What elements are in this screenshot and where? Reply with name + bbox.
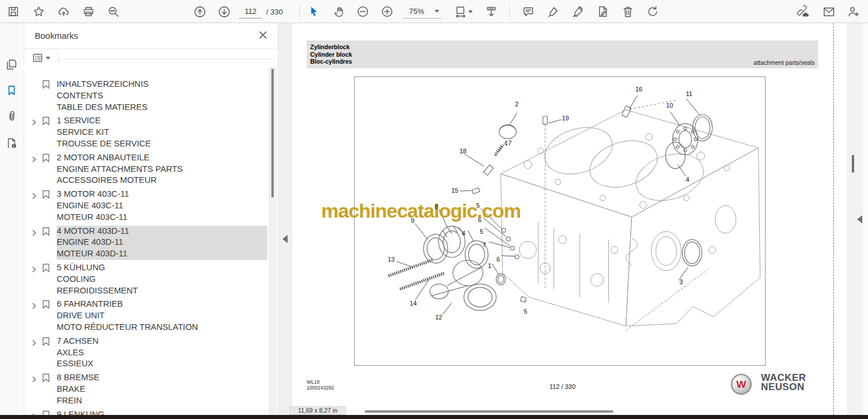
chevron-down-icon xyxy=(435,10,439,13)
bookmark-label[interactable]: 7 ACHSENAXLESESSIEUX xyxy=(57,336,267,370)
zoom-out-button[interactable] xyxy=(354,3,372,20)
select-tool-button[interactable] xyxy=(305,3,322,20)
ink-pen-icon xyxy=(572,5,584,18)
expand-chevron-icon[interactable] xyxy=(32,374,36,386)
panel-pointer-notch xyxy=(20,63,25,72)
header-note: attachment parts/seals xyxy=(753,59,815,66)
next-page-button[interactable] xyxy=(215,3,233,20)
fill-sign-icon xyxy=(597,5,609,18)
doc-number: 1000243292 xyxy=(307,385,334,391)
scrollbar-thumb[interactable] xyxy=(852,155,854,172)
brand-name-line2: NEUSON xyxy=(761,383,806,392)
close-panel-button[interactable] xyxy=(256,30,269,42)
rotate-icon xyxy=(646,5,659,18)
zoom-in-button[interactable] xyxy=(378,3,396,20)
expand-chevron-icon[interactable] xyxy=(32,264,36,276)
bookmarks-panel-button[interactable] xyxy=(3,82,20,99)
top-toolbar: / 330 75% xyxy=(0,0,868,23)
bookmark-item: 2 MOTOR ANBAUTEILEENGINE ATTACHMENTS PAR… xyxy=(24,152,267,186)
cloud-upload-icon xyxy=(57,5,70,18)
email-button[interactable] xyxy=(820,3,837,20)
collapse-panel-arrow[interactable] xyxy=(282,235,288,243)
fill-and-sign-button[interactable] xyxy=(594,3,612,20)
page-size-badge: 11,69 x 8,27 in xyxy=(289,406,346,415)
expand-chevron-icon[interactable] xyxy=(32,228,36,240)
share-cloud-button[interactable] xyxy=(55,3,72,20)
fit-width-icon xyxy=(454,5,467,18)
bookmark-item: 1 SERVICESERVICE KITTROUSSE DE SERVICE xyxy=(24,115,267,149)
bookmark-item: 7 ACHSENAXLESESSIEUX xyxy=(24,336,267,370)
file-info-button[interactable] xyxy=(3,134,20,152)
select-cursor-icon xyxy=(308,6,319,17)
trash-icon xyxy=(621,5,634,18)
bookmarks-options-row xyxy=(24,49,278,67)
zoom-level-dropdown[interactable]: 75% xyxy=(402,5,442,19)
hand-tool-button[interactable] xyxy=(330,3,348,20)
arrow-up-circle-icon xyxy=(193,5,207,19)
bookmark-label[interactable]: 4 MOTOR 403D-11ENGINE 403D-11MOTEUR 403D… xyxy=(57,226,267,260)
bookmark-label[interactable]: 5 KÜHLUNGCOOLINGREFROIDISSEMENT xyxy=(57,262,267,296)
chevron-down-icon xyxy=(468,10,473,13)
options-rule xyxy=(58,59,274,60)
expand-chevron-icon[interactable] xyxy=(32,155,36,166)
right-edge-strip xyxy=(863,23,868,415)
attachments-button[interactable] xyxy=(3,107,20,124)
title-fr: Bloc-cylindres xyxy=(310,58,815,65)
fit-width-button[interactable] xyxy=(453,3,475,20)
bookmarks-scrollbar[interactable] xyxy=(269,67,277,415)
page-number-input[interactable] xyxy=(239,5,262,19)
bookmark-flag-icon xyxy=(42,190,50,203)
zoom-level-value: 75% xyxy=(409,7,424,16)
brand-name: WACKER NEUSON xyxy=(761,373,806,391)
print-icon xyxy=(82,5,95,18)
bookmark-flag-icon xyxy=(42,153,50,166)
file-info-icon xyxy=(5,137,18,149)
page-thumbnails-icon xyxy=(5,58,18,71)
search-icon xyxy=(107,5,120,18)
delete-button[interactable] xyxy=(619,3,637,20)
minus-circle-icon xyxy=(356,5,369,18)
bookmark-label[interactable]: 1 SERVICESERVICE KITTROUSSE DE SERVICE xyxy=(57,115,267,149)
scrolling-mode-icon xyxy=(485,5,498,18)
bookmark-label[interactable]: 3 MOTOR 403C-11ENGINE 403C-11MOTEUR 403C… xyxy=(57,189,267,223)
bookmark-label[interactable]: 8 BREMSEBRAKEFREIN xyxy=(57,372,267,406)
brand-monogram: W xyxy=(737,378,746,390)
scrollbar-thumb[interactable] xyxy=(271,69,274,197)
watermark-text: machinecatalogic.com xyxy=(321,200,521,222)
toolbar-divider xyxy=(299,5,300,19)
expand-right-panel-arrow[interactable] xyxy=(857,215,862,223)
save-button[interactable] xyxy=(5,3,22,20)
add-person-button[interactable] xyxy=(845,3,862,20)
expand-chevron-icon[interactable] xyxy=(32,191,36,203)
left-rail xyxy=(0,23,24,415)
panel-collapse-strip xyxy=(278,23,292,415)
expand-chevron-icon[interactable] xyxy=(32,301,36,313)
bookmark-label[interactable]: 2 MOTOR ANBAUTEILEENGINE ATTACHMENTS PAR… xyxy=(57,152,267,186)
bookmarks-panel: Bookmarks INHALTSVERZEICHNISCONTENTSTABL… xyxy=(24,23,278,415)
bookmark-item: INHALTSVERZEICHNISCONTENTSTABLE DES MATI… xyxy=(24,79,267,113)
share-link-button[interactable] xyxy=(795,3,812,20)
model-code: WL18 xyxy=(307,379,334,385)
save-icon xyxy=(7,5,20,18)
expand-chevron-icon[interactable] xyxy=(32,117,36,129)
page-thumbnails-button[interactable] xyxy=(3,56,20,73)
bookmark-flag-icon xyxy=(42,337,50,350)
close-icon xyxy=(259,31,267,39)
comment-button[interactable] xyxy=(520,3,537,20)
bookmarks-options-button[interactable] xyxy=(32,52,56,64)
print-button[interactable] xyxy=(80,3,97,20)
favorite-button[interactable] xyxy=(30,3,47,20)
rotate-button[interactable] xyxy=(644,3,661,20)
horizontal-scrollbar-thumb[interactable] xyxy=(365,410,613,413)
previous-page-button[interactable] xyxy=(191,3,208,20)
expand-chevron-icon[interactable] xyxy=(32,338,36,350)
scrolling-mode-button[interactable] xyxy=(483,3,500,20)
ink-sign-button[interactable] xyxy=(569,3,587,20)
bookmark-label[interactable]: 9 LENKUNG xyxy=(57,409,267,415)
bookmark-label[interactable]: 6 FAHRANTRIEBDRIVE UNITMOTO RÉDUCTEUR TR… xyxy=(57,299,267,333)
bookmarks-panel-header: Bookmarks xyxy=(24,23,278,49)
link-icon xyxy=(797,5,810,18)
highlight-button[interactable] xyxy=(545,3,562,20)
bookmark-label[interactable]: INHALTSVERZEICHNISCONTENTSTABLE DES MATI… xyxy=(57,79,267,113)
search-button[interactable] xyxy=(105,3,122,20)
